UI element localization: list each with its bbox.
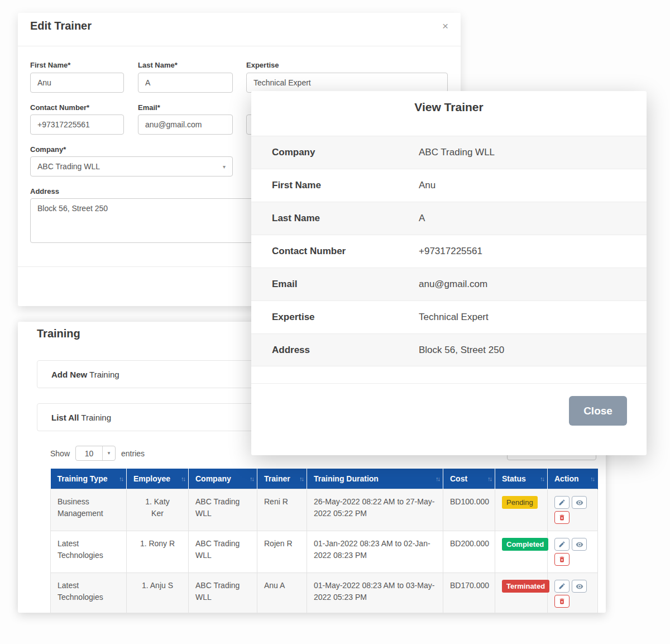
detail-row-company: Company ABC Trading WLL [251, 136, 647, 169]
sort-icon[interactable]: ↑↓ [181, 475, 185, 482]
company-label: Company* [30, 145, 66, 154]
cell-training-type: Business Management [51, 489, 127, 531]
view-trainer-modal: View Trainer Company ABC Trading WLL Fir… [251, 91, 647, 455]
page-size-select[interactable]: 10 ▾ [75, 446, 116, 461]
cell-cost: BD170.000 [443, 573, 495, 613]
trash-icon [558, 514, 566, 521]
cell-trainer: Reni R [257, 489, 307, 531]
table-row: Latest Technologies 1. Anju S ABC Tradin… [51, 573, 598, 613]
contact-number-field[interactable] [30, 115, 124, 135]
cell-status: Pending [495, 489, 548, 531]
cell-action [548, 531, 598, 573]
footer-divider [251, 383, 647, 384]
company-select[interactable]: ABC Trading WLL ▾ [30, 156, 233, 176]
edit-button[interactable] [554, 496, 570, 509]
col-header-cost[interactable]: Cost↑↓ [443, 469, 495, 489]
sort-icon[interactable]: ↑↓ [119, 475, 123, 482]
edit-button[interactable] [554, 580, 570, 593]
sort-icon[interactable]: ↑↓ [436, 475, 439, 482]
trash-icon [558, 556, 566, 563]
pencil-icon [558, 541, 566, 548]
detail-row-email: Email anu@gmail.com [251, 268, 647, 300]
training-page-title: Training [37, 327, 80, 340]
chevron-down-icon: ▾ [102, 446, 115, 460]
cell-duration: 26-May-2022 08:22 AM to 27-May-2022 05:2… [307, 489, 443, 531]
page-length-control: Show 10 ▾ entries [50, 446, 145, 461]
col-header-training-type[interactable]: Training Type↑↓ [51, 469, 127, 489]
sort-icon[interactable]: ↑↓ [540, 475, 544, 482]
detail-row-address: Address Block 56, Street 250 [251, 333, 647, 366]
status-badge: Pending [502, 496, 538, 509]
expertise-field[interactable] [246, 73, 448, 93]
show-label: Show [50, 449, 70, 458]
cell-trainer: Rojen R [257, 531, 307, 573]
company-select-value: ABC Trading WLL [37, 162, 100, 171]
last-name-field[interactable] [138, 73, 233, 93]
trash-icon [558, 598, 566, 605]
status-badge: Completed [502, 538, 548, 551]
list-all-label-rest: Training [79, 413, 111, 422]
status-badge: Terminated [502, 580, 549, 593]
eye-icon [576, 583, 583, 590]
training-table: Training Type↑↓ Employee↑↓ Company↑↓ Tra… [50, 469, 598, 613]
contact-number-label: Contact Number* [30, 103, 89, 112]
sort-icon[interactable]: ↑↓ [487, 475, 491, 482]
edit-button[interactable] [554, 538, 570, 551]
sort-icon[interactable]: ↑↓ [250, 475, 253, 482]
delete-button[interactable] [554, 595, 570, 608]
header-divider [18, 46, 461, 46]
cell-duration: 01-May-2022 08:23 AM to 03-May-2022 05:2… [307, 573, 443, 613]
add-new-label: Add New [51, 370, 87, 379]
expertise-label: Expertise [246, 61, 279, 69]
first-name-field[interactable] [30, 73, 124, 93]
email-field[interactable] [138, 115, 233, 135]
cell-cost: BD200.000 [443, 531, 495, 573]
cell-duration: 01-Jan-2022 08:23 AM to 02-Jan-2022 08:2… [307, 531, 443, 573]
view-button[interactable] [572, 580, 587, 593]
address-label: Address [30, 187, 59, 195]
cell-company: ABC Trading WLL [189, 531, 257, 573]
col-header-duration[interactable]: Training Duration↑↓ [307, 469, 443, 489]
eye-icon [576, 541, 583, 548]
col-header-company[interactable]: Company↑↓ [189, 469, 257, 489]
cell-training-type: Latest Technologies [51, 573, 127, 613]
view-button[interactable] [572, 496, 587, 509]
col-header-action[interactable]: Action↑↓ [548, 469, 598, 489]
close-button[interactable]: Close [569, 396, 627, 426]
cell-training-type: Latest Technologies [51, 531, 127, 573]
add-new-label-rest: Training [87, 370, 119, 379]
cell-employee: 1. Rony R [127, 531, 189, 573]
sort-icon[interactable]: ↑↓ [299, 475, 303, 482]
trainer-details-list: Company ABC Trading WLL First Name Anu L… [251, 136, 647, 366]
cell-status: Completed [495, 531, 548, 573]
pencil-icon [558, 499, 566, 506]
chevron-down-icon: ▾ [223, 164, 226, 170]
sort-icon[interactable]: ↑↓ [590, 475, 594, 482]
first-name-label: First Name* [30, 61, 70, 69]
detail-row-contact-number: Contact Number +97317225561 [251, 235, 647, 268]
cell-cost: BD100.000 [443, 489, 495, 531]
close-icon[interactable]: × [442, 21, 448, 31]
cell-action [548, 489, 598, 531]
col-header-trainer[interactable]: Trainer↑↓ [257, 469, 307, 489]
view-trainer-title: View Trainer [251, 101, 647, 114]
detail-row-last-name: Last Name A [251, 202, 647, 235]
detail-row-expertise: Expertise Technical Expert [251, 300, 647, 333]
list-all-label: List All [51, 413, 79, 422]
table-row: Latest Technologies 1. Rony R ABC Tradin… [51, 531, 598, 573]
col-header-status[interactable]: Status↑↓ [495, 469, 548, 489]
delete-button[interactable] [554, 511, 570, 524]
eye-icon [576, 499, 583, 507]
email-label: Email* [138, 103, 160, 112]
cell-trainer: Anu A [257, 573, 307, 613]
cell-action [548, 573, 598, 613]
cell-status: Terminated [495, 573, 548, 613]
page-size-value: 10 [76, 449, 102, 458]
delete-button[interactable] [554, 553, 570, 566]
view-button[interactable] [572, 538, 587, 551]
cell-company: ABC Trading WLL [189, 489, 257, 531]
cell-employee: 1. Katy Ker [127, 489, 189, 531]
detail-row-first-name: First Name Anu [251, 169, 647, 202]
col-header-employee[interactable]: Employee↑↓ [127, 469, 189, 489]
edit-trainer-title: Edit Trainer [30, 20, 92, 32]
